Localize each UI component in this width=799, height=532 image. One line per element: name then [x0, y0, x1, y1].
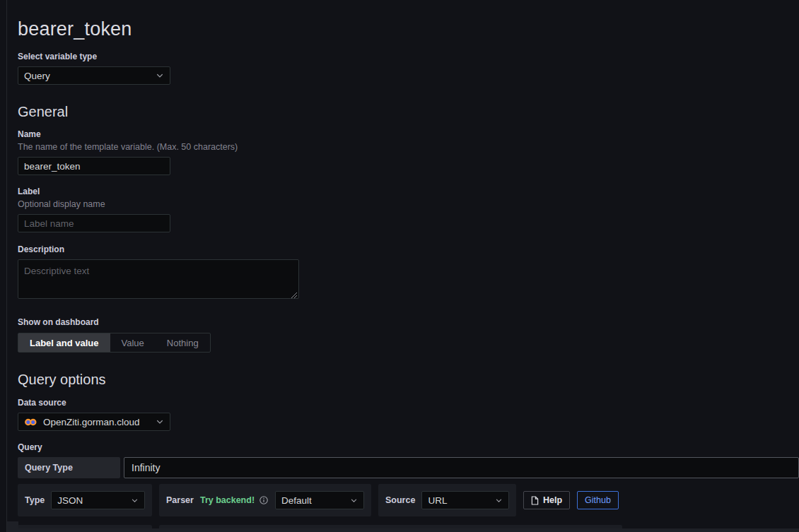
- parser-select[interactable]: Default: [275, 491, 364, 509]
- show-on-dashboard-radio-group: Label and value Value Nothing: [18, 333, 211, 353]
- github-button[interactable]: Github: [577, 491, 619, 509]
- description-textarea[interactable]: [18, 259, 299, 299]
- type-group: Type JSON: [18, 484, 152, 516]
- query-field: Query Query Type Infinity: [18, 442, 799, 478]
- label-help: Optional display name: [18, 199, 799, 209]
- editor-buttons: Help Github: [523, 484, 619, 516]
- github-button-label: Github: [585, 495, 611, 505]
- info-icon[interactable]: [259, 495, 269, 505]
- data-source-label: Data source: [18, 398, 799, 408]
- left-edge-divider: [6, 0, 7, 532]
- query-label: Query: [18, 442, 799, 452]
- name-input[interactable]: [18, 157, 170, 175]
- radio-option-nothing[interactable]: Nothing: [156, 333, 210, 352]
- radio-option-label-and-value[interactable]: Label and value: [18, 333, 110, 352]
- general-heading: General: [18, 104, 799, 120]
- label-label: Label: [18, 187, 799, 196]
- label-field: Label Optional display name: [18, 187, 799, 232]
- source-select[interactable]: URL: [421, 491, 509, 509]
- data-source-value: OpenZiti.gorman.cloud: [43, 417, 140, 427]
- parser-label: Parser: [166, 495, 194, 505]
- query-editor-row-1: Type JSON Parser Try backend! Default: [18, 484, 799, 516]
- query-type-label: Query Type: [18, 457, 120, 478]
- chevron-down-icon: [350, 497, 358, 504]
- variable-type-select[interactable]: Query: [18, 66, 170, 85]
- name-help: The name of the template variable. (Max.…: [18, 142, 799, 152]
- help-button-label: Help: [543, 495, 562, 505]
- show-on-dashboard-label: Show on dashboard: [18, 317, 799, 327]
- data-source-picker[interactable]: OpenZiti.gorman.cloud: [18, 413, 170, 431]
- name-field: Name The name of the template variable. …: [18, 129, 799, 175]
- query-type-row: Query Type Infinity: [18, 457, 799, 478]
- query-type-select[interactable]: Infinity: [124, 457, 799, 478]
- parser-try-backend-hint: Try backend!: [200, 495, 255, 505]
- chevron-down-icon: [156, 71, 164, 80]
- source-group: Source URL: [378, 484, 516, 516]
- chevron-down-icon: [495, 497, 503, 504]
- chevron-down-icon: [131, 497, 139, 504]
- name-label: Name: [18, 129, 799, 139]
- type-label: Type: [25, 495, 45, 505]
- description-label: Description: [18, 244, 799, 254]
- type-select[interactable]: JSON: [51, 491, 145, 509]
- variable-type-value: Query: [24, 71, 50, 81]
- show-on-dashboard-field: Show on dashboard Label and value Value …: [18, 317, 799, 353]
- query-options-heading: Query options: [18, 372, 799, 388]
- chevron-down-icon: [156, 418, 164, 426]
- parser-value: Default: [281, 495, 312, 506]
- type-value: JSON: [57, 495, 83, 506]
- variable-type-field: Select variable type Query: [18, 52, 799, 85]
- document-icon: [531, 496, 539, 505]
- infinity-datasource-icon: [24, 418, 37, 427]
- source-label: Source: [385, 495, 415, 505]
- next-editor-row-strip: [7, 528, 799, 532]
- parser-group: Parser Try backend! Default: [159, 484, 371, 516]
- page-title: bearer_token: [18, 18, 799, 40]
- label-input[interactable]: [18, 214, 170, 232]
- data-source-field: Data source OpenZiti.gorman.cloud: [18, 398, 799, 431]
- help-button[interactable]: Help: [523, 491, 570, 509]
- radio-option-value[interactable]: Value: [110, 333, 156, 352]
- variable-type-label: Select variable type: [18, 52, 799, 61]
- query-type-value: Infinity: [132, 462, 160, 473]
- variable-editor-page: bearer_token Select variable type Query …: [18, 0, 799, 532]
- description-field: Description: [18, 244, 799, 302]
- source-value: URL: [428, 495, 447, 506]
